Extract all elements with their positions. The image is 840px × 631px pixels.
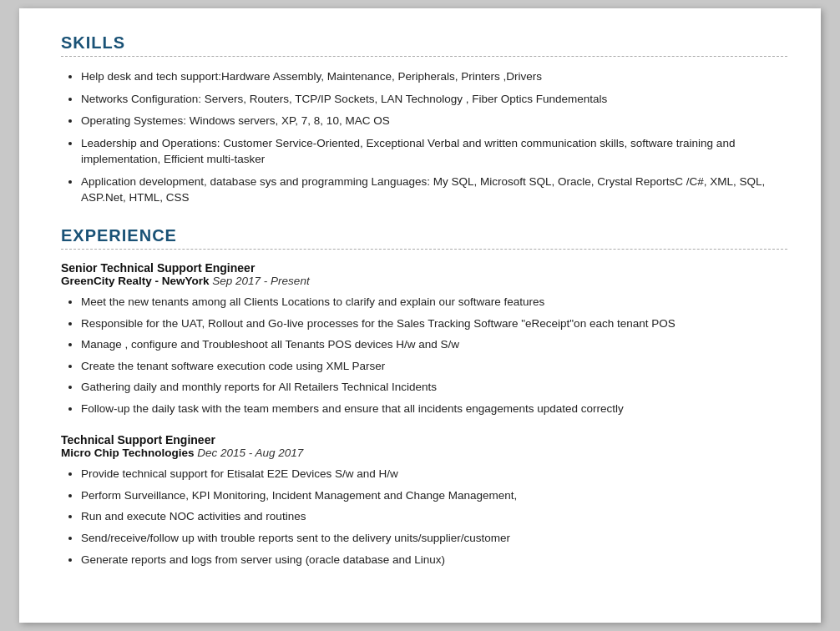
- resume-page: SKILLS Help desk and tech support:Hardwa…: [19, 8, 821, 623]
- job-title: Technical Support Engineer: [61, 433, 787, 447]
- job-company: Micro Chip Technologies: [61, 447, 195, 459]
- skills-title: SKILLS: [61, 33, 787, 53]
- job-block: Senior Technical Support EngineerGreenCi…: [61, 261, 787, 416]
- job-bullet: Provide technical support for Etisalat E…: [81, 466, 787, 482]
- job-bullet: Manage , configure and Troubleshoot all …: [81, 336, 787, 353]
- job-bullet: Follow-up the daily task with the team m…: [81, 401, 787, 417]
- experience-section: EXPERIENCE Senior Technical Support Engi…: [61, 226, 787, 568]
- skill-item: Help desk and tech support:Hardware Asse…: [81, 68, 787, 85]
- skill-item: Networks Configuration: Servers, Routers…: [81, 91, 787, 108]
- job-dates: Dec 2015 - Aug 2017: [195, 447, 304, 459]
- job-company-line: GreenCity Realty - NewYork Sep 2017 - Pr…: [61, 275, 787, 287]
- skills-list: Help desk and tech support:Hardware Asse…: [61, 68, 787, 206]
- skills-section: SKILLS Help desk and tech support:Hardwa…: [61, 33, 787, 206]
- experience-divider: [61, 249, 787, 250]
- job-company-line: Micro Chip Technologies Dec 2015 - Aug 2…: [61, 447, 787, 459]
- skill-item: Operating Systemes: Windows servers, XP,…: [81, 113, 787, 129]
- job-bullets: Meet the new tenants among all Clients L…: [61, 294, 787, 416]
- job-bullets: Provide technical support for Etisalat E…: [61, 466, 787, 568]
- experience-title: EXPERIENCE: [61, 226, 787, 245]
- job-bullet: Meet the new tenants among all Clients L…: [81, 294, 787, 310]
- job-bullet: Run and execute NOC activities and routi…: [81, 508, 787, 525]
- job-bullet: Gathering daily and monthly reports for …: [81, 379, 787, 396]
- job-bullet: Responsible for the UAT, Rollout and Go-…: [81, 316, 787, 332]
- job-bullet: Perform Surveillance, KPI Monitoring, In…: [81, 487, 787, 504]
- job-bullet: Generate reports and logs from server us…: [81, 552, 787, 568]
- job-block: Technical Support EngineerMicro Chip Tec…: [61, 433, 787, 568]
- skill-item: Leadership and Operations: Customer Serv…: [81, 135, 787, 168]
- jobs-container: Senior Technical Support EngineerGreenCi…: [61, 261, 787, 568]
- job-dates: Sep 2017 - Present: [210, 275, 310, 287]
- skill-item: Application development, database sys an…: [81, 174, 787, 206]
- skills-divider: [61, 56, 787, 57]
- job-bullet: Send/receive/follow up with trouble repo…: [81, 530, 787, 547]
- job-company: GreenCity Realty - NewYork: [61, 275, 210, 287]
- job-title: Senior Technical Support Engineer: [61, 261, 787, 275]
- job-bullet: Create the tenant software execution cod…: [81, 358, 787, 375]
